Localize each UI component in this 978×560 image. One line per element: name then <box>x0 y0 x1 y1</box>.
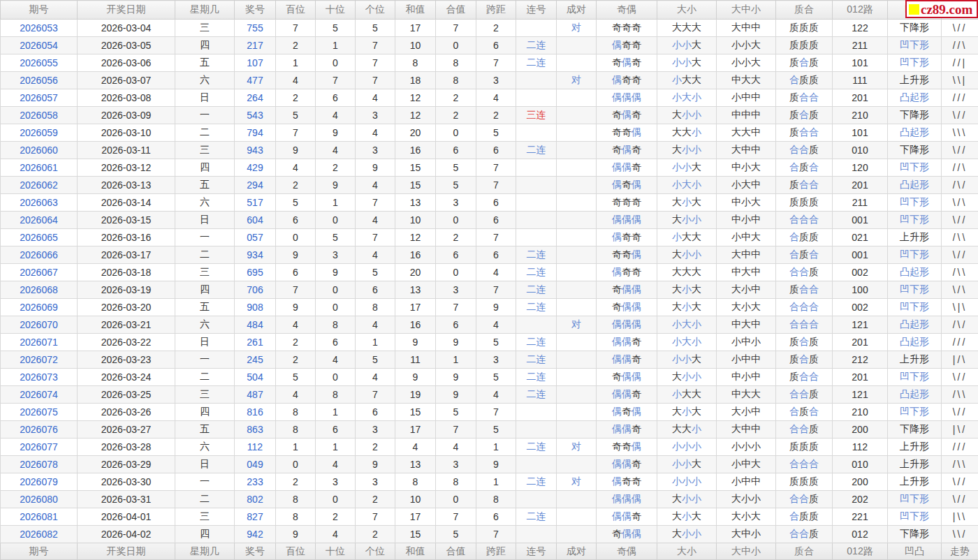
cell-prime-composite: 合合质 <box>776 526 833 543</box>
cell-issue[interactable]: 2026055 <box>1 54 78 72</box>
cell-weekday: 二 <box>175 491 235 508</box>
cell-issue[interactable]: 2026078 <box>1 456 78 473</box>
cell-issue[interactable]: 2026063 <box>1 194 78 212</box>
cell-issue[interactable]: 2026080 <box>1 491 78 508</box>
cell-winning-number[interactable]: 233 <box>235 473 276 491</box>
cell-hundreds: 6 <box>276 212 316 229</box>
cell-hundreds: 9 <box>276 526 316 543</box>
cell-span: 6 <box>476 142 516 159</box>
cell-winning-number[interactable]: 245 <box>235 351 276 369</box>
cell-issue[interactable]: 2026059 <box>1 124 78 142</box>
cell-winning-number[interactable]: 477 <box>235 72 276 89</box>
cell-date: 2026-03-18 <box>78 264 175 281</box>
cell-winning-number[interactable]: 112 <box>235 439 276 456</box>
cell-issue[interactable]: 2026074 <box>1 386 78 404</box>
cell-012-road: 202 <box>833 491 888 508</box>
cell-winning-number[interactable]: 294 <box>235 177 276 194</box>
cell-winning-number[interactable]: 816 <box>235 404 276 421</box>
cell-pair: 对 <box>557 72 597 89</box>
cell-span: 7 <box>476 54 516 72</box>
cell-issue[interactable]: 2026073 <box>1 369 78 386</box>
cell-pair <box>557 404 597 421</box>
cell-span: 7 <box>476 159 516 177</box>
cell-issue[interactable]: 2026064 <box>1 212 78 229</box>
cell-issue[interactable]: 2026065 <box>1 229 78 246</box>
cell-issue[interactable]: 2026071 <box>1 334 78 351</box>
cell-winning-number[interactable]: 107 <box>235 54 276 72</box>
cell-issue[interactable]: 2026056 <box>1 72 78 89</box>
cell-issue[interactable]: 2026057 <box>1 89 78 107</box>
cell-date: 2026-03-11 <box>78 142 175 159</box>
cell-units: 7 <box>356 229 395 246</box>
cell-winning-number[interactable]: 706 <box>235 281 276 299</box>
cell-big-small: 大小大 <box>657 404 717 421</box>
cell-issue[interactable]: 2026075 <box>1 404 78 421</box>
cz89-logo[interactable]: cz89.com <box>905 0 978 18</box>
cell-winning-number[interactable]: 943 <box>235 142 276 159</box>
cell-issue[interactable]: 2026081 <box>1 508 78 526</box>
cell-issue[interactable]: 2026070 <box>1 316 78 334</box>
cell-span: 7 <box>476 404 516 421</box>
cell-concave-convex: 上升形 <box>888 72 942 89</box>
cell-big-mid-small: 小小大 <box>717 37 776 54</box>
cell-winning-number[interactable]: 517 <box>235 194 276 212</box>
cell-winning-number[interactable]: 695 <box>235 264 276 281</box>
cell-winning-number[interactable]: 942 <box>235 526 276 543</box>
cell-issue[interactable]: 2026061 <box>1 159 78 177</box>
cell-hundreds: 4 <box>276 316 316 334</box>
cell-winning-number[interactable]: 429 <box>235 159 276 177</box>
cell-winning-number[interactable]: 264 <box>235 89 276 107</box>
cell-issue[interactable]: 2026082 <box>1 526 78 543</box>
cell-issue[interactable]: 2026069 <box>1 299 78 316</box>
cell-big-mid-small: 中大大 <box>717 72 776 89</box>
cell-winning-number[interactable]: 484 <box>235 316 276 334</box>
cell-issue[interactable]: 2026062 <box>1 177 78 194</box>
cell-issue[interactable]: 2026067 <box>1 264 78 281</box>
cell-issue[interactable]: 2026072 <box>1 351 78 369</box>
cell-date: 2026-03-31 <box>78 491 175 508</box>
cell-issue[interactable]: 2026077 <box>1 439 78 456</box>
cell-winning-number[interactable]: 049 <box>235 456 276 473</box>
cell-winning-number[interactable]: 755 <box>235 20 276 37</box>
cell-issue[interactable]: 2026060 <box>1 142 78 159</box>
cell-issue[interactable]: 2026076 <box>1 421 78 439</box>
cell-winning-number[interactable]: 934 <box>235 246 276 264</box>
cell-pair <box>557 246 597 264</box>
cell-012-road: 121 <box>833 316 888 334</box>
cell-concave-convex: 上升形 <box>888 439 942 456</box>
cell-big-small: 大小大 <box>657 299 717 316</box>
cell-big-mid-small: 大小小 <box>717 491 776 508</box>
cell-issue[interactable]: 2026058 <box>1 107 78 124</box>
cell-date: 2026-03-12 <box>78 159 175 177</box>
cell-issue[interactable]: 2026079 <box>1 473 78 491</box>
column-header-top-5: 十位 <box>316 1 356 20</box>
cell-winning-number[interactable]: 543 <box>235 107 276 124</box>
cell-winning-number[interactable]: 863 <box>235 421 276 439</box>
cell-winning-number[interactable]: 217 <box>235 37 276 54</box>
cell-012-road: 211 <box>833 194 888 212</box>
cell-big-small: 小大小 <box>657 334 717 351</box>
cell-issue[interactable]: 2026066 <box>1 246 78 264</box>
cell-winning-number[interactable]: 604 <box>235 212 276 229</box>
cell-date: 2026-03-19 <box>78 281 175 299</box>
cell-winning-number[interactable]: 057 <box>235 229 276 246</box>
header-row-bottom: 期号开奖日期星期几奖号百位十位个位和值合值跨距连号成对奇偶大小大中小质合012路… <box>1 543 978 560</box>
cell-trend: \// <box>942 212 978 229</box>
cell-prime-composite: 合合质 <box>776 386 833 404</box>
cell-winning-number[interactable]: 802 <box>235 491 276 508</box>
cell-span: 1 <box>476 439 516 456</box>
cell-weekday: 三 <box>175 386 235 404</box>
cell-winning-number[interactable]: 261 <box>235 334 276 351</box>
cell-issue[interactable]: 2026068 <box>1 281 78 299</box>
cell-winning-number[interactable]: 794 <box>235 124 276 142</box>
cell-winning-number[interactable]: 504 <box>235 369 276 386</box>
cell-winning-number[interactable]: 908 <box>235 299 276 316</box>
cell-units: 9 <box>356 159 395 177</box>
cell-winning-number[interactable]: 827 <box>235 508 276 526</box>
column-header-top-2: 星期几 <box>175 1 235 20</box>
cell-hundreds: 5 <box>276 107 316 124</box>
cell-winning-number[interactable]: 487 <box>235 386 276 404</box>
cell-issue[interactable]: 2026053 <box>1 20 78 37</box>
cell-issue[interactable]: 2026054 <box>1 37 78 54</box>
cell-sum: 9 <box>395 334 436 351</box>
